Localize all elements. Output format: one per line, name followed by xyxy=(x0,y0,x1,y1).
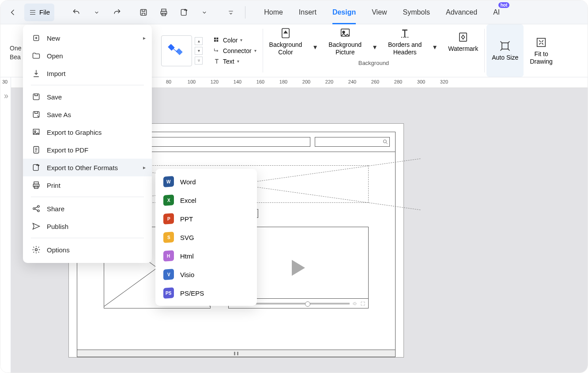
menu-export-graphics[interactable]: Export to Graphics xyxy=(23,123,152,141)
svg-point-31 xyxy=(35,249,38,251)
file-menu: New▸ Open Import Save Save As Export to … xyxy=(23,25,152,263)
theme-more[interactable]: ▿ xyxy=(195,57,203,65)
separator xyxy=(245,6,245,19)
background-group: Background Color ▾ Background Picture ▾ … xyxy=(265,24,483,77)
hot-badge: hot xyxy=(498,2,510,8)
tab-home[interactable]: Home xyxy=(264,0,283,24)
borders-icon xyxy=(399,27,411,39)
export-dropdown[interactable] xyxy=(196,4,213,21)
new-icon xyxy=(32,34,41,42)
volume-icon xyxy=(352,301,358,306)
export-ppt[interactable]: PPPT xyxy=(155,209,257,228)
file-label: File xyxy=(39,8,50,16)
tab-symbols[interactable]: Symbols xyxy=(403,0,430,24)
save-button[interactable] xyxy=(135,4,152,21)
save-icon xyxy=(32,92,41,101)
background-picture-button[interactable]: Background Picture xyxy=(324,24,366,59)
svg-point-13 xyxy=(343,31,345,33)
print-icon xyxy=(32,181,41,190)
svg-rect-19 xyxy=(33,94,39,99)
svg-rect-14 xyxy=(460,33,467,41)
borders-dropdown[interactable]: ▾ xyxy=(426,38,444,56)
publish-icon xyxy=(32,222,41,231)
bg-color-dropdown[interactable]: ▾ xyxy=(306,38,324,56)
watermark-button[interactable]: Watermark xyxy=(444,24,482,59)
undo-dropdown[interactable] xyxy=(88,4,106,21)
theme-gallery[interactable]: ▴ ▾ ▿ xyxy=(155,24,209,77)
tab-view[interactable]: View xyxy=(372,0,387,24)
borders-headers-button[interactable]: Borders and Headers xyxy=(384,24,426,59)
export-button[interactable] xyxy=(175,4,193,21)
tab-design[interactable]: Design xyxy=(332,0,356,24)
menu-options[interactable]: Options xyxy=(23,241,152,259)
export-other-icon xyxy=(32,163,41,172)
theme-preview[interactable] xyxy=(161,35,192,66)
tab-advanced[interactable]: Advanced xyxy=(446,0,477,24)
background-group-label: Background xyxy=(358,60,389,66)
export-excel[interactable]: XExcel xyxy=(155,191,257,209)
svg-rect-0 xyxy=(141,9,147,15)
svg-rect-1 xyxy=(162,9,166,11)
auto-size-button[interactable]: Auto Size xyxy=(486,24,524,77)
export-other-submenu: WWord XExcel PPPT SSVG HHtml VVisio PSPS… xyxy=(155,169,257,306)
menu-publish[interactable]: Publish xyxy=(23,217,152,235)
menu-share[interactable]: Share xyxy=(23,200,152,217)
back-button[interactable] xyxy=(4,4,22,21)
ps-icon: PS xyxy=(163,287,174,299)
redo-button[interactable] xyxy=(108,4,126,21)
connector-icon xyxy=(213,47,220,54)
svg-rect-10 xyxy=(216,40,218,42)
excel-icon: X xyxy=(163,194,174,206)
undo-button[interactable] xyxy=(68,4,85,21)
wireframe-search-box xyxy=(315,137,390,147)
background-color-button[interactable]: Background Color xyxy=(265,24,307,59)
tab-insert[interactable]: Insert xyxy=(299,0,317,24)
fit-icon xyxy=(535,36,547,49)
export-svg[interactable]: SSVG xyxy=(155,228,257,247)
visio-icon: V xyxy=(163,269,174,280)
svg-rect-5 xyxy=(168,44,175,51)
svg-point-22 xyxy=(34,131,36,132)
text-dropdown[interactable]: Text▾ xyxy=(213,58,256,65)
menu-export-pdf[interactable]: Export to PDF xyxy=(23,141,152,159)
menu-export-other[interactable]: Export to Other Formats▸ xyxy=(23,159,152,176)
file-menu-button[interactable]: File xyxy=(24,4,54,21)
text-icon xyxy=(213,58,220,65)
color-dropdown[interactable]: Color▾ xyxy=(213,37,256,44)
menu-open[interactable]: Open xyxy=(23,47,152,65)
svg-rect-8 xyxy=(216,38,218,39)
search-icon xyxy=(382,139,388,145)
menu-save[interactable]: Save xyxy=(23,88,152,106)
titlebar: File Home Insert Design View Symbols Adv… xyxy=(0,0,588,24)
menu-print[interactable]: Print xyxy=(23,176,152,194)
truncated-ribbon-text: OneBea xyxy=(10,44,21,61)
export-graphics-icon xyxy=(32,128,41,137)
export-pdf-icon xyxy=(32,145,41,154)
save-as-icon xyxy=(32,110,41,119)
menu-new[interactable]: New▸ xyxy=(23,29,152,47)
export-word[interactable]: WWord xyxy=(155,172,257,191)
watermark-icon xyxy=(457,31,469,43)
main-tabs: Home Insert Design View Symbols Advanced… xyxy=(264,0,500,24)
export-pseps[interactable]: PSPS/EPS xyxy=(155,284,257,302)
theme-up[interactable]: ▴ xyxy=(195,37,203,45)
fit-to-drawing-button[interactable]: Fit to Drawing xyxy=(524,24,559,77)
bg-picture-dropdown[interactable]: ▾ xyxy=(366,38,384,56)
print-button[interactable] xyxy=(155,4,173,21)
wireframe-url-bar xyxy=(136,137,310,147)
connector-dropdown[interactable]: Connector▾ xyxy=(213,47,256,54)
menu-save-as[interactable]: Save As xyxy=(23,106,152,123)
customize-qat[interactable] xyxy=(222,4,240,21)
html-icon: H xyxy=(163,250,174,262)
menu-import[interactable]: Import xyxy=(23,65,152,82)
export-visio[interactable]: VVisio xyxy=(155,265,257,284)
picture-icon xyxy=(339,27,351,39)
folder-icon xyxy=(32,51,41,60)
tab-ai[interactable]: AI hot xyxy=(493,0,500,24)
export-html[interactable]: HHtml xyxy=(155,247,257,265)
shapes-panel-toggle[interactable] xyxy=(0,77,11,373)
svg-point-17 xyxy=(383,140,386,143)
menu-icon xyxy=(29,8,37,16)
theme-down[interactable]: ▾ xyxy=(195,47,203,55)
gear-icon xyxy=(32,245,41,254)
